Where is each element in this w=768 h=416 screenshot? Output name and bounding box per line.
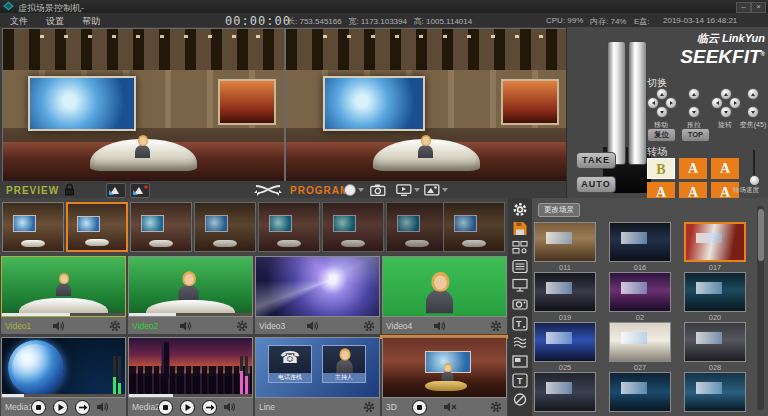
gallery-scene[interactable]: 028 (684, 322, 746, 372)
snapshot-camera-icon[interactable] (370, 184, 386, 196)
take-button[interactable]: TAKE (576, 152, 616, 169)
auto-button[interactable]: AUTO (576, 176, 616, 193)
next-button[interactable] (202, 400, 217, 415)
speaker-icon[interactable] (307, 321, 319, 331)
gallery-scene[interactable] (609, 372, 671, 413)
phone-line-source[interactable]: ☎ 电话连线 (268, 345, 312, 383)
transition-tile-a2[interactable]: A (711, 158, 739, 179)
video1-name: Video1 (5, 321, 31, 331)
gallery-scene[interactable]: 016 (609, 222, 671, 272)
lock-icon[interactable] (64, 183, 75, 196)
multi-window-icon[interactable] (512, 240, 528, 255)
scene-strip (0, 198, 508, 255)
tbar-fader-left[interactable] (607, 41, 626, 165)
move-left-button[interactable] (647, 97, 659, 109)
transition-tile-b[interactable]: B (647, 158, 675, 179)
rotate-down-button[interactable] (720, 106, 732, 118)
rotate-right-button[interactable] (729, 97, 741, 109)
projector-icon[interactable] (512, 297, 528, 312)
gallery-scene[interactable]: 011 (534, 222, 596, 272)
transition-tile-a1[interactable]: A (679, 158, 707, 179)
disable-icon[interactable] (512, 392, 528, 407)
speaker-muted-icon[interactable] (444, 402, 458, 412)
save-icon[interactable] (512, 221, 528, 236)
layers-waves-icon[interactable] (512, 335, 528, 350)
transition-effect-1-button[interactable] (106, 183, 126, 198)
stop-button[interactable] (31, 400, 46, 415)
gallery-scene[interactable]: 02 (609, 272, 671, 322)
speaker-icon[interactable] (434, 321, 446, 331)
gear-icon[interactable] (363, 320, 375, 332)
record-icon[interactable] (344, 184, 356, 196)
minimize-button[interactable]: – (736, 2, 751, 13)
preview-monitor[interactable] (2, 28, 285, 183)
stream-dropdown-caret[interactable] (414, 188, 420, 195)
strip-scene-7[interactable] (386, 202, 448, 252)
gear-icon[interactable] (363, 401, 375, 413)
top-button[interactable]: TOP (681, 128, 710, 142)
title-text-icon[interactable]: T (512, 373, 528, 388)
brand-cn: 临云 (697, 32, 719, 44)
monitor-icon[interactable] (512, 278, 528, 293)
gallery-scene[interactable]: 020 (684, 272, 746, 322)
strip-scene-3[interactable] (130, 202, 192, 252)
gallery-scrollbar-thumb[interactable] (758, 209, 764, 261)
transition-speed-slider-knob[interactable] (749, 175, 760, 186)
play-button[interactable] (53, 400, 68, 415)
speaker-icon[interactable] (53, 321, 65, 331)
dolly-back-button[interactable] (688, 106, 700, 118)
play-button[interactable] (180, 400, 195, 415)
strip-scene-6[interactable] (322, 202, 384, 252)
gallery-scene[interactable]: 019 (534, 272, 596, 322)
anchor-person (135, 145, 150, 158)
move-down-button[interactable] (656, 106, 668, 118)
speaker-icon[interactable] (224, 402, 236, 412)
record-dropdown-caret[interactable] (358, 188, 364, 195)
brand-en: LinkYun (722, 32, 765, 44)
strip-scene-1[interactable] (2, 202, 64, 252)
strip-scene-8[interactable] (443, 202, 505, 252)
gallery-scrollbar[interactable] (757, 206, 764, 410)
gallery-scene-selected[interactable]: 017 (684, 222, 746, 272)
host-source[interactable]: 主持人 (322, 345, 366, 383)
strip-scene-2-selected[interactable] (66, 202, 128, 252)
gear-icon[interactable] (490, 401, 502, 413)
next-button[interactable] (75, 400, 90, 415)
anchor-person (426, 290, 453, 313)
transition-speed-label: 转场速度 (733, 186, 759, 195)
zoom-in-button[interactable] (747, 88, 759, 100)
program-monitor[interactable] (285, 28, 568, 183)
change-scene-tab[interactable]: 更改场景 (538, 203, 580, 217)
speaker-icon[interactable] (97, 402, 109, 412)
subtitle-text-icon[interactable]: T (512, 316, 528, 331)
strip-scene-5[interactable] (258, 202, 320, 252)
gallery-scene[interactable]: 025 (534, 322, 596, 372)
stream-output-icon[interactable] (396, 184, 412, 196)
stop-button[interactable] (412, 400, 427, 415)
transition-effect-2-button[interactable] (130, 183, 150, 198)
move-right-button[interactable] (665, 97, 677, 109)
playlist-icon[interactable] (512, 259, 528, 274)
gear-icon[interactable] (109, 320, 121, 332)
zoom-out-button[interactable] (747, 106, 759, 118)
gear-icon[interactable] (490, 320, 502, 332)
speaker-icon[interactable] (180, 321, 192, 331)
camera-dimensions: 长: 753.545166 宽: 1173.103394 高: 1005.114… (287, 16, 472, 27)
image-overlay-icon[interactable] (424, 184, 440, 196)
stop-button[interactable] (158, 400, 173, 415)
strip-scene-4[interactable] (194, 202, 256, 252)
gear-icon[interactable] (236, 320, 248, 332)
gallery-scene[interactable] (534, 372, 596, 413)
reset-button[interactable]: 复位 (647, 128, 676, 142)
swap-pvw-pgm-icon[interactable] (254, 183, 282, 196)
gallery-scene[interactable] (684, 372, 746, 413)
preview-label: PREVIEW (6, 185, 59, 196)
scene-gallery: 更改场景 011 016 017 019 02 020 025 027 028 (532, 198, 768, 416)
close-button[interactable]: × (751, 2, 766, 13)
dolly-forward-button[interactable] (688, 88, 700, 100)
settings-gear-icon[interactable] (512, 202, 528, 217)
frame-flag-icon[interactable] (512, 354, 528, 369)
image-dropdown-caret[interactable] (442, 188, 448, 195)
rotate-left-button[interactable] (711, 97, 723, 109)
gallery-scene[interactable]: 027 (609, 322, 671, 372)
